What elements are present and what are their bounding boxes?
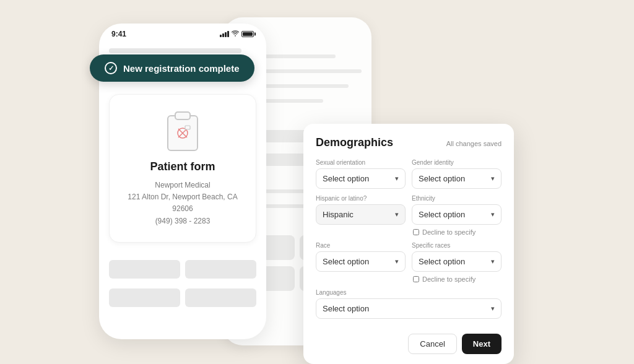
- chevron-down-icon: ▾: [491, 258, 495, 266]
- specific-races-select[interactable]: Select option ▾: [412, 251, 502, 272]
- chevron-down-icon: ▾: [491, 175, 495, 183]
- ethnicity-decline-checkbox[interactable]: [413, 229, 419, 235]
- specific-races-label: Specific races: [412, 242, 502, 249]
- ethnicity-decline-row: Decline to specify: [412, 227, 502, 236]
- ethnicity-select[interactable]: Select option ▾: [412, 204, 502, 225]
- skeleton-bottom: [99, 253, 266, 319]
- race-select[interactable]: Select option ▾: [316, 251, 406, 272]
- demographics-title: Demographics: [316, 136, 393, 149]
- wifi-icon: [232, 30, 239, 38]
- demographics-form: Sexual orientation Select option ▾ Gende…: [316, 159, 502, 354]
- race-field: Race Select option ▾: [316, 242, 406, 283]
- chevron-down-icon: ▾: [491, 210, 495, 219]
- row-hispanic-ethnicity: Hispanic or latino? Hispanic ▾ Ethnicity…: [316, 195, 502, 236]
- ethnicity-label: Ethnicity: [412, 195, 502, 202]
- hispanic-select[interactable]: Hispanic ▾: [316, 204, 406, 225]
- demographics-header: Demographics All changes saved: [316, 136, 502, 149]
- sexual-orientation-label: Sexual orientation: [316, 159, 406, 166]
- clipboard-icon: [164, 110, 201, 153]
- saved-status: All changes saved: [446, 140, 502, 147]
- languages-label: Languages: [316, 289, 502, 296]
- gender-identity-select[interactable]: Select option ▾: [412, 168, 502, 189]
- demographics-card: Demographics All changes saved Sexual or…: [303, 124, 514, 364]
- gender-identity-label: Gender identity: [412, 159, 502, 166]
- notification-banner: ✓ New registration complete: [90, 54, 254, 82]
- form-actions: Cancel Next: [316, 334, 502, 354]
- patient-form-section: Patient form Newport Medical 121 Alton D…: [99, 84, 266, 253]
- check-circle-icon: ✓: [105, 62, 117, 74]
- patient-form-title: Patient form: [119, 160, 246, 173]
- chevron-down-icon: ▾: [491, 305, 495, 313]
- row-orientation-gender: Sexual orientation Select option ▾ Gende…: [316, 159, 502, 189]
- ethnicity-field: Ethnicity Select option ▾ Decline to spe…: [412, 195, 502, 236]
- status-bar: 9:41: [99, 24, 266, 42]
- chevron-down-icon: ▾: [395, 210, 399, 219]
- chevron-down-icon: ▾: [395, 175, 399, 183]
- hispanic-label: Hispanic or latino?: [316, 195, 406, 202]
- chevron-down-icon: ▾: [395, 258, 399, 266]
- specific-races-decline-row: Decline to specify: [412, 274, 502, 283]
- cancel-button[interactable]: Cancel: [408, 334, 456, 354]
- svg-rect-5: [185, 126, 190, 129]
- ethnicity-decline-label: Decline to specify: [422, 228, 476, 236]
- patient-form-clinic: Newport Medical 121 Alton Dr, Newport Be…: [119, 180, 246, 227]
- race-label: Race: [316, 242, 406, 249]
- specific-races-decline-label: Decline to specify: [422, 275, 476, 283]
- row-languages: Languages Select option ▾: [316, 289, 502, 319]
- patient-form-card: Patient form Newport Medical 121 Alton D…: [109, 94, 256, 243]
- languages-field: Languages Select option ▾: [316, 289, 502, 319]
- signal-icon: [220, 31, 229, 37]
- row-race-specific: Race Select option ▾ Specific races Sele…: [316, 242, 502, 283]
- time-display: 9:41: [111, 30, 126, 38]
- status-icons: [220, 30, 254, 38]
- svg-rect-1: [175, 112, 190, 119]
- languages-select[interactable]: Select option ▾: [316, 298, 502, 319]
- battery-icon: [241, 31, 254, 37]
- sexual-orientation-select[interactable]: Select option ▾: [316, 168, 406, 189]
- next-button[interactable]: Next: [462, 334, 502, 354]
- gender-identity-field: Gender identity Select option ▾: [412, 159, 502, 189]
- notification-text: New registration complete: [123, 63, 240, 74]
- sexual-orientation-field: Sexual orientation Select option ▾: [316, 159, 406, 189]
- specific-races-decline-checkbox[interactable]: [413, 276, 419, 282]
- specific-races-field: Specific races Select option ▾ Decline t…: [412, 242, 502, 283]
- hispanic-field: Hispanic or latino? Hispanic ▾: [316, 195, 406, 236]
